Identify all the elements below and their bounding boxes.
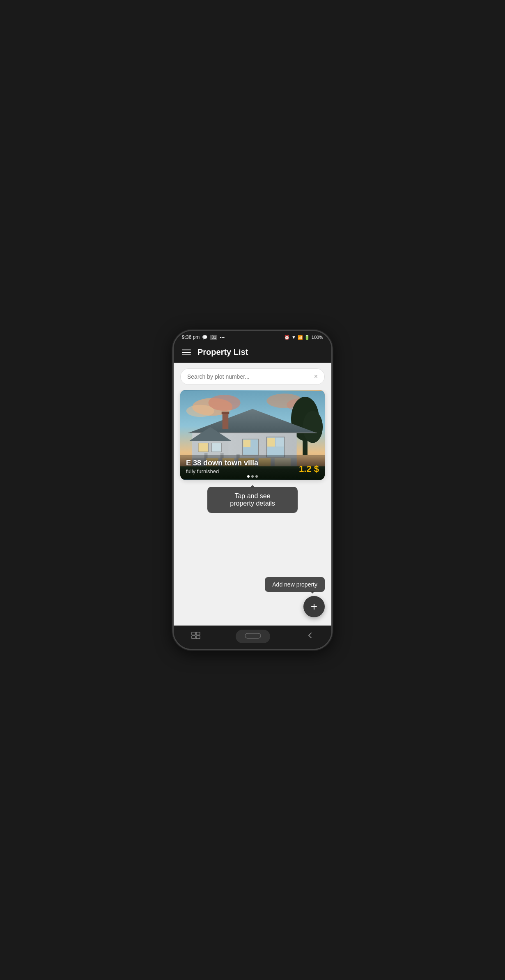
svg-rect-22 — [267, 438, 275, 447]
svg-rect-41 — [192, 632, 195, 635]
svg-rect-42 — [196, 632, 200, 635]
fab-area: Add new property + — [265, 577, 325, 617]
app-content: × — [174, 363, 331, 626]
svg-rect-43 — [192, 636, 195, 639]
hamburger-menu-button[interactable] — [182, 350, 191, 355]
search-bar: × — [180, 368, 325, 385]
messenger-icon: 💬 — [202, 335, 208, 340]
search-container: × — [174, 363, 331, 390]
svg-rect-26 — [198, 443, 208, 452]
battery-percent: 100% — [312, 335, 323, 340]
search-clear-button[interactable]: × — [314, 373, 318, 380]
app-header: Property List — [174, 343, 331, 363]
svg-rect-23 — [276, 438, 284, 447]
tooltip-text: Tap and seeproperty details — [230, 492, 275, 507]
recent-apps-button[interactable] — [191, 632, 200, 641]
svg-rect-44 — [196, 636, 200, 639]
search-input[interactable] — [187, 373, 311, 380]
add-property-button[interactable]: + — [303, 596, 325, 617]
svg-rect-45 — [245, 633, 261, 638]
phone-frame: 9:36 pm 💬 31 ••• ⏰ ▼ 📶 🔋 100% Property L… — [172, 330, 333, 650]
status-bar: 9:36 pm 💬 31 ••• ⏰ ▼ 📶 🔋 100% — [174, 331, 331, 343]
dot-1 — [247, 475, 250, 478]
svg-point-3 — [186, 405, 214, 417]
status-time: 9:36 pm — [182, 334, 200, 340]
home-button[interactable] — [236, 630, 270, 643]
svg-point-8 — [303, 411, 323, 443]
battery-icon: 🔋 — [304, 335, 310, 340]
svg-rect-15 — [222, 412, 230, 414]
status-right: ⏰ ▼ 📶 🔋 100% — [284, 335, 323, 340]
svg-rect-17 — [243, 440, 251, 447]
calendar-icon: 31 — [210, 335, 217, 340]
property-price: 1.2 $ — [299, 464, 319, 474]
dots-icon: ••• — [220, 335, 225, 340]
page-title: Property List — [197, 347, 248, 357]
dot-3 — [255, 475, 258, 478]
wifi-icon: ▼ — [292, 335, 296, 340]
svg-rect-28 — [211, 443, 221, 452]
svg-rect-18 — [251, 440, 258, 447]
property-details-tooltip: Tap and seeproperty details — [207, 487, 298, 513]
status-left: 9:36 pm 💬 31 ••• — [182, 334, 225, 340]
dot-2 — [251, 475, 254, 478]
fab-tooltip-text: Add new property — [272, 581, 317, 588]
back-button[interactable] — [305, 631, 314, 642]
property-card[interactable]: E 38 down town villa fully furnished 1.2… — [180, 390, 325, 480]
signal-icon: 📶 — [298, 335, 303, 340]
slide-indicator — [247, 475, 258, 478]
bottom-nav — [174, 626, 331, 649]
plus-icon: + — [311, 601, 317, 612]
svg-rect-19 — [243, 448, 258, 454]
svg-rect-14 — [223, 413, 229, 429]
alarm-icon: ⏰ — [284, 335, 290, 340]
add-property-tooltip: Add new property — [265, 577, 325, 592]
